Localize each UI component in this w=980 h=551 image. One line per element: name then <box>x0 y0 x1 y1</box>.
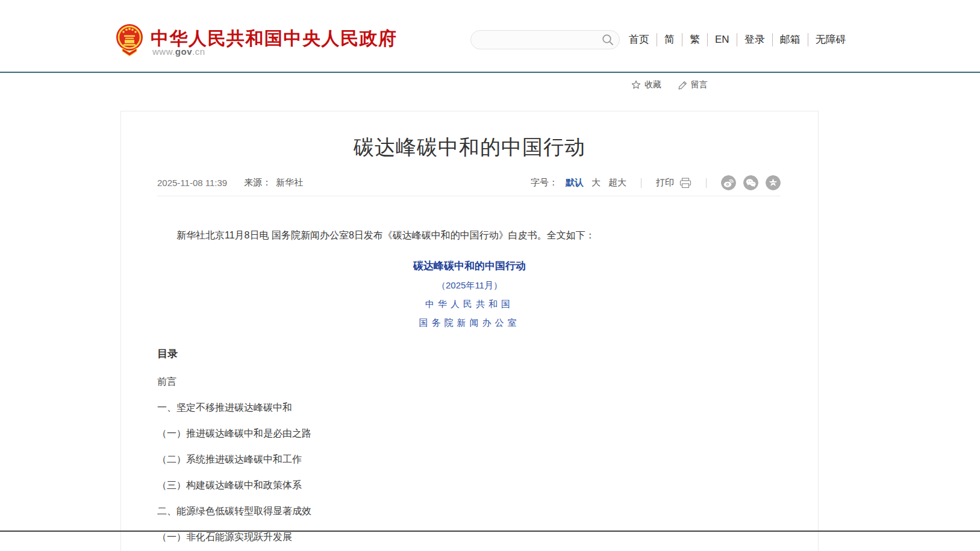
favorite-label: 收藏 <box>644 79 661 90</box>
site-url: www.gov.cn <box>152 46 205 57</box>
nav-item-login[interactable]: 登录 <box>737 33 772 46</box>
print-button[interactable]: 打印 <box>656 177 691 188</box>
font-size-default[interactable]: 默认 <box>566 177 584 188</box>
site-url-cn: .cn <box>192 46 205 57</box>
page-quickbar: 收藏 留言 <box>631 79 708 90</box>
font-size-xlarge[interactable]: 超大 <box>608 177 626 188</box>
article-meta-right: 字号： 默认 大 超大 打印 <box>531 175 781 190</box>
wechat-share-icon[interactable] <box>743 175 758 190</box>
site-url-www: www. <box>152 46 175 57</box>
whitepaper-title: 碳达峰碳中和的中国行动 <box>157 259 782 273</box>
article-body: 新华社北京11月8日电 国务院新闻办公室8日发布《碳达峰碳中和的中国行动》白皮书… <box>121 227 818 542</box>
viewport-bottom-divider <box>0 531 980 532</box>
search-box <box>470 30 620 49</box>
print-label: 打印 <box>656 177 674 188</box>
whitepaper-org-line1: 中华人民共和国 <box>157 299 782 310</box>
top-nav: 首页 简 繁 EN 登录 邮箱 无障碍 <box>629 33 854 46</box>
toc-list: 前言 一、坚定不移推进碳达峰碳中和 （一）推进碳达峰碳中和是必由之路 （二）系统… <box>157 376 782 542</box>
nav-item-accessibility[interactable]: 无障碍 <box>808 33 854 46</box>
weibo-share-icon[interactable] <box>721 175 736 190</box>
source-value: 新华社 <box>276 177 303 188</box>
message-button[interactable]: 留言 <box>678 79 708 90</box>
toc-item: 前言 <box>157 376 782 387</box>
article-source: 来源： 新华社 <box>244 177 303 188</box>
divider <box>706 178 707 188</box>
article-meta-left: 2025-11-08 11:39 来源： 新华社 <box>157 177 303 188</box>
whitepaper-org-line2: 国务院新闻办公室 <box>157 317 782 329</box>
national-emblem-logo <box>116 23 143 58</box>
message-label: 留言 <box>691 79 708 90</box>
toc-item: （三）构建碳达峰碳中和政策体系 <box>157 480 782 490</box>
font-size-large[interactable]: 大 <box>591 177 601 188</box>
toc-item: （二）系统推进碳达峰碳中和工作 <box>157 454 782 464</box>
site-url-gov: gov <box>175 46 192 57</box>
toc-heading: 目录 <box>157 347 782 361</box>
nav-item-mail[interactable]: 邮箱 <box>772 33 808 46</box>
pencil-icon <box>678 81 687 90</box>
nav-item-simplified[interactable]: 简 <box>657 33 682 46</box>
article-title: 碳达峰碳中和的中国行动 <box>145 134 794 161</box>
toc-item: 一、坚定不移推进碳达峰碳中和 <box>157 402 782 412</box>
toc-item: （一）非化石能源实现跃升发展 <box>157 532 782 542</box>
article-date: 2025-11-08 11:39 <box>157 178 227 188</box>
search-input[interactable] <box>481 31 595 49</box>
divider <box>641 178 641 188</box>
printer-icon <box>679 178 691 188</box>
nav-item-english[interactable]: EN <box>707 33 737 46</box>
source-label: 来源： <box>244 177 271 188</box>
nav-item-traditional[interactable]: 繁 <box>682 33 707 46</box>
toc-item: （一）推进碳达峰碳中和是必由之路 <box>157 428 782 438</box>
favorite-button[interactable]: 收藏 <box>631 79 661 90</box>
site-header: 中华人民共和国中央人民政府 www.gov.cn 首页 简 繁 EN 登录 邮箱… <box>0 0 980 73</box>
share-icons <box>721 175 781 190</box>
article-card: 碳达峰碳中和的中国行动 2025-11-08 11:39 来源： 新华社 字号：… <box>120 111 819 551</box>
search-icon[interactable] <box>602 34 614 46</box>
star-share-icon[interactable] <box>766 175 781 190</box>
article-meta-bar: 2025-11-08 11:39 来源： 新华社 字号： 默认 大 超大 打印 <box>157 175 781 196</box>
article-intro-paragraph: 新华社北京11月8日电 国务院新闻办公室8日发布《碳达峰碳中和的中国行动》白皮书… <box>157 227 782 243</box>
whitepaper-date: （2025年11月） <box>157 280 782 291</box>
toc-item: 二、能源绿色低碳转型取得显著成效 <box>157 506 782 516</box>
star-icon <box>631 80 641 90</box>
font-size-label: 字号： <box>531 177 558 188</box>
nav-item-home[interactable]: 首页 <box>629 33 657 46</box>
